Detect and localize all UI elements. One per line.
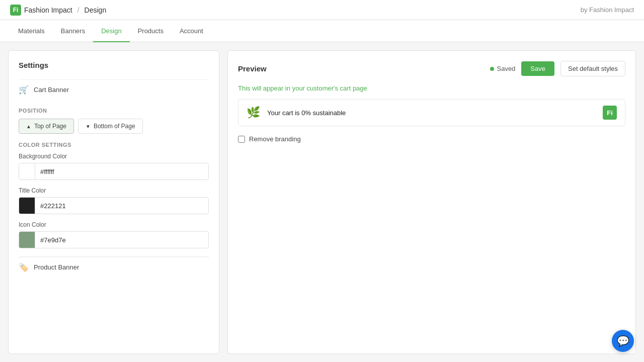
main-content: Settings 🛒 Cart Banner POSITION ▲ Top of… [0,42,644,362]
icon-color-label: Icon Color [19,221,209,228]
bottom-of-page-label: Bottom of Page [94,123,135,130]
title-color-swatch[interactable] [19,198,35,214]
page-name: Design [85,6,107,14]
preview-title: Preview [238,64,267,73]
cart-icon: 🛒 [19,85,29,95]
settings-panel: Settings 🛒 Cart Banner POSITION ▲ Top of… [8,50,219,354]
arrow-down-icon: ▼ [86,124,91,129]
preview-panel: Preview Saved Save Set default styles Th… [227,50,636,354]
chat-button[interactable]: 💬 [612,330,634,352]
position-label: POSITION [19,108,209,114]
position-buttons: ▲ Top of Page ▼ Bottom of Page [19,119,209,134]
banner-text: Your cart is 0% sustainable [267,109,346,117]
saved-dot-icon [490,67,494,71]
product-banner-label: Product Banner [34,263,79,271]
preview-banner: 🌿 Your cart is 0% sustainable Fi [238,99,625,126]
save-button[interactable]: Save [521,61,554,76]
bottom-of-page-button[interactable]: ▼ Bottom of Page [78,119,143,134]
preview-actions: Saved Save Set default styles [490,61,625,76]
nav: Materials Banners Design Products Accoun… [0,20,644,42]
brand-name: Fashion Impact [24,6,72,14]
preview-hint: This will appear in your customer's cart… [238,84,625,92]
icon-color-swatch[interactable] [19,232,35,248]
title-color-field [19,197,209,214]
nav-item-materials[interactable]: Materials [10,20,53,42]
arrow-up-icon: ▲ [26,124,31,129]
saved-indicator: Saved [490,65,515,72]
nav-item-design[interactable]: Design [93,20,129,42]
cart-banner-label: Cart Banner [34,86,69,94]
background-color-field [19,163,209,180]
chat-icon: 💬 [617,335,629,347]
banner-logo: Fi [603,106,617,120]
saved-label: Saved [497,65,515,72]
preview-header: Preview Saved Save Set default styles [238,61,625,76]
icon-color-input[interactable] [35,232,208,248]
banner-left: 🌿 Your cart is 0% sustainable [247,106,346,119]
top-of-page-button[interactable]: ▲ Top of Page [19,119,74,134]
product-icon: 🏷️ [19,262,29,272]
background-color-input[interactable] [35,163,208,179]
background-color-swatch[interactable] [19,163,35,179]
top-of-page-label: Top of Page [34,123,66,130]
remove-branding-row: Remove branding [238,133,625,145]
logo-icon: Fi [10,5,21,16]
header-left: Fi Fashion Impact / Design [10,5,106,16]
icon-color-field [19,231,209,248]
settings-title: Settings [19,61,209,69]
header-logo: Fi Fashion Impact / Design [10,5,106,16]
bg-color-label: Background Color [19,153,209,160]
remove-branding-checkbox[interactable] [238,136,245,143]
set-default-styles-button[interactable]: Set default styles [560,61,625,76]
nav-item-products[interactable]: Products [130,20,172,42]
title-color-input[interactable] [35,198,208,214]
remove-branding-label[interactable]: Remove branding [249,135,301,143]
nav-item-account[interactable]: Account [172,20,211,42]
header-right: by Fashion Impact [581,6,634,14]
product-banner-section[interactable]: 🏷️ Product Banner [19,257,209,277]
leaf-icon: 🌿 [247,106,260,119]
nav-item-banners[interactable]: Banners [53,20,93,42]
header-separator: / [77,6,79,14]
header: Fi Fashion Impact / Design by Fashion Im… [0,0,644,20]
color-settings-label: COLOR SETTINGS [19,142,209,148]
cart-banner-section[interactable]: 🛒 Cart Banner [19,79,209,100]
title-color-label: Title Color [19,187,209,194]
